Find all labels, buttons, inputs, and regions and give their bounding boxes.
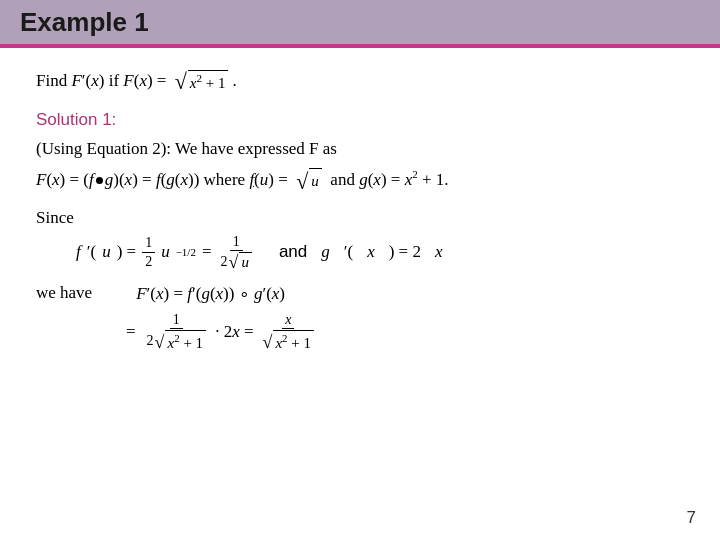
formula-row: f′(u) = 1 2 u−1/2 = 1 2√u and g′(x) = 2x xyxy=(76,234,684,271)
find-period: . xyxy=(232,71,236,91)
fprime-chain: F′(x) = f′(g(x)) ∘ g′(x) xyxy=(136,283,285,304)
since-label: Since xyxy=(36,208,74,227)
text-line-2: F(x) = (fg)(x) = f(g(x)) where f(u) = √ … xyxy=(36,166,684,193)
sqrt-u: √ u xyxy=(296,168,322,193)
since-section: Since xyxy=(36,208,684,228)
find-formula: √ x2 + 1 xyxy=(175,70,229,92)
fprime-formula: f′(u) = 1 2 u−1/2 = 1 2√u xyxy=(76,234,255,271)
content-area: Find F′(x) if F(x) = √ x2 + 1 . Solution… xyxy=(0,48,720,362)
fx-expr: F xyxy=(36,170,46,189)
text-line-1: (Using Equation 2): We have expressed F … xyxy=(36,136,684,162)
we-have-row: we have F′(x) = f′(g(x)) ∘ g′(x) xyxy=(36,283,684,304)
page-number: 7 xyxy=(687,508,696,528)
solution-label: Solution 1: xyxy=(36,110,684,130)
bottom-formula-row: = 1 2√x2 + 1 · 2x = x √x2 + 1 xyxy=(36,312,684,352)
line1-text: (Using Equation 2): We have expressed F … xyxy=(36,139,337,158)
header-bar: Example 1 xyxy=(0,0,720,44)
find-line: Find F′(x) if F(x) = √ x2 + 1 . xyxy=(36,70,684,92)
we-have-label: we have xyxy=(36,283,92,303)
and-label: and xyxy=(279,242,307,262)
gprime-text: g xyxy=(321,242,330,262)
page-title: Example 1 xyxy=(20,7,149,38)
find-text: Find F′(x) if F(x) = xyxy=(36,71,171,91)
